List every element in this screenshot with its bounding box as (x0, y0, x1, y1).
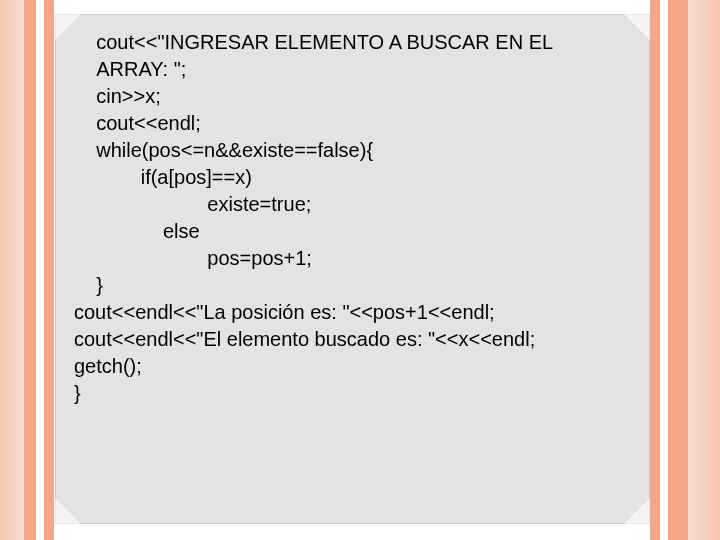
stripe (660, 0, 668, 540)
code-line: } (74, 382, 81, 404)
code-line: existe=true; (74, 193, 311, 215)
code-line: while(pos<=n&&existe==false){ (74, 139, 373, 161)
stripe (688, 0, 720, 540)
stripe (24, 0, 36, 540)
stripe (650, 0, 660, 540)
stripe (36, 0, 44, 540)
code-line: cout<<endl<<"El elemento buscado es: "<<… (74, 328, 535, 350)
code-line: pos=pos+1; (74, 247, 312, 269)
code-line: getch(); (74, 355, 142, 377)
code-line: ARRAY: "; (74, 58, 186, 80)
code-card: cout<<"INGRESAR ELEMENTO A BUSCAR EN EL … (55, 14, 650, 524)
corner-decoration (624, 14, 650, 40)
code-line: cout<<endl<<"La posición es: "<<pos+1<<e… (74, 301, 495, 323)
corner-decoration (624, 498, 650, 524)
stripe (668, 0, 688, 540)
corner-decoration (55, 498, 81, 524)
code-line: } (74, 274, 103, 296)
stripe (0, 0, 24, 540)
code-line: else (74, 220, 200, 242)
code-line: if(a[pos]==x) (74, 166, 252, 188)
code-line: cout<<"INGRESAR ELEMENTO A BUSCAR EN EL (74, 31, 553, 53)
corner-decoration (55, 14, 81, 40)
code-line: cin>>x; (74, 85, 161, 107)
code-line: cout<<endl; (74, 112, 201, 134)
code-block: cout<<"INGRESAR ELEMENTO A BUSCAR EN EL … (74, 29, 631, 407)
stripe (44, 0, 54, 540)
